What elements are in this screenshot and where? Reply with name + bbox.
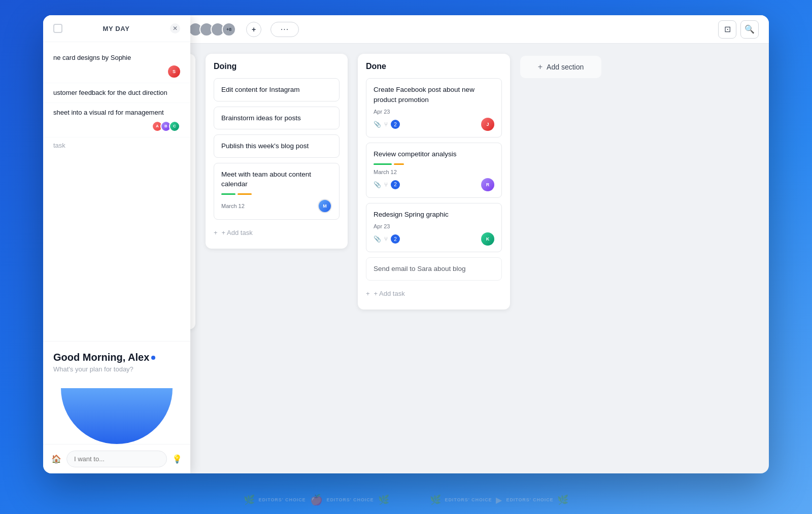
task-badge: 2 [391,234,400,244]
doing-column-header: Doing [214,62,340,71]
progress-bars [374,163,494,165]
task-icons: 📎 ⑂ 2 R [374,178,494,191]
badge-text-1: EDITORS' CHOICE [259,497,306,502]
badge-text-2: EDITORS' CHOICE [327,497,374,502]
task-title: Meet with team about content calendar [221,169,332,189]
my-day-task-list: ne card designs by Sophie S ustomer feed… [43,42,190,341]
laurel-left-icon-2: 🌿 [430,494,441,505]
task-title: Publish this week's blog post [221,141,332,151]
task-badge: 2 [391,120,400,129]
apple-icon: 🍎 [310,494,323,506]
editors-badge-2: 🌿 EDITORS' CHOICE ▶ EDITORS' CHOICE 🌿 [430,494,569,505]
doing-column: Doing Edit content for Instagram Brainst… [206,54,348,249]
task-title: Create Facebook post about new product p… [374,85,494,105]
my-day-input[interactable] [66,451,167,467]
plus-icon: + [366,290,370,297]
page-footer: 🌿 EDITORS' CHOICE 🍎 EDITORS' CHOICE 🌿 🌿 … [0,494,812,506]
progress-bars [221,193,332,195]
task-meta: Apr 23 [374,109,494,115]
task-title: Edit content for Instagram [221,85,332,95]
laurel-right-icon: 🌿 [378,494,389,505]
task-card[interactable]: Brainstorm ideas for posts [214,107,340,130]
good-morning-title: Good Morning, Alex [53,352,180,363]
laurel-right-icon-2: 🌿 [557,494,568,505]
done-column-header: Done [366,62,502,71]
good-morning-section: Good Morning, Alex What's your plan for … [43,341,190,383]
task-meta: March 12 M [221,199,332,213]
my-day-close-button[interactable]: ✕ [170,23,180,33]
task-meta: March 12 [374,169,494,175]
editors-badge-1: 🌿 EDITORS' CHOICE 🍎 EDITORS' CHOICE 🌿 [244,494,389,506]
branch-icon: ⑂ [384,121,388,128]
task-icons: 📎 ⑂ 2 J [374,118,494,131]
progress-bar-green [374,163,392,165]
myd-task-sheet[interactable]: sheet into a visual rd for management A … [43,103,190,137]
myd-assignees-group: A B C [152,121,180,132]
my-day-footer: 🏠 💡 [43,444,190,473]
task-date: March 12 [221,203,245,209]
task-meta: Apr 23 [374,223,494,229]
task-title: Brainstorm ideas for posts [221,113,332,123]
search-icon[interactable]: 🔍 [740,20,759,39]
paperclip-icon: 📎 [374,235,381,243]
add-member-button[interactable]: + [246,22,261,37]
task-assignee-avatar: R [481,178,494,191]
add-task-label: + Add task [222,229,253,236]
add-task-label: + Add task [374,290,405,297]
task-icons: 📎 ⑂ 2 K [374,232,494,246]
add-section-button[interactable]: + Add section [520,56,601,78]
my-day-title: MY DAY [62,25,170,32]
task-card[interactable]: Send email to Sara about blog [366,257,502,281]
doing-add-task-button[interactable]: + + Add task [214,225,340,241]
task-card[interactable]: Create Facebook post about new product p… [366,78,502,138]
task-card[interactable]: Redesign Spring graphic Apr 23 📎 ⑂ 2 K [366,203,502,253]
done-column: Done Create Facebook post about new prod… [358,54,510,310]
branch-icon: ⑂ [384,235,388,243]
task-title: Send email to Sara about blog [374,264,494,274]
badge-text-3: EDITORS' CHOICE [445,497,492,502]
progress-bar-green [221,193,235,195]
task-date: March 12 [374,169,397,175]
myd-task-title: sheet into a visual rd for management [53,108,180,117]
myd-assignee-avatar: S [168,65,180,78]
badge-text-4: EDITORS' CHOICE [506,497,553,502]
task-card-meet[interactable]: Meet with team about content calendar Ma… [214,163,340,220]
myd-task-meta: S [53,65,180,78]
plus-icon: + [214,229,218,236]
task-card[interactable]: Edit content for Instagram [214,78,340,101]
progress-bar-amber [394,163,404,165]
task-card[interactable]: Review competitor analysis March 12 📎 ⑂ … [366,143,502,198]
layout-icon[interactable]: ⊡ [718,20,736,39]
my-day-checkbox[interactable] [53,24,62,33]
add-section-label: Add section [547,63,584,71]
lightbulb-icon[interactable]: 💡 [172,454,182,464]
paperclip-icon: 📎 [374,181,381,188]
task-assignee-avatar: J [481,118,494,131]
task-date: Apr 23 [374,223,390,229]
paperclip-icon: 📎 [374,121,381,128]
my-day-header: MY DAY ✕ [43,15,190,42]
task-date: Apr 23 [374,109,390,115]
header-actions: ⊡ 🔍 [718,20,759,39]
greeting-dot [151,356,155,360]
task-assignee-avatar: K [481,232,494,246]
myd-task-customer[interactable]: ustomer feedback for the duct direction [43,83,190,103]
task-card[interactable]: Publish this week's blog post [214,134,340,158]
home-icon[interactable]: 🏠 [51,454,61,464]
done-add-task-button[interactable]: + + Add task [366,286,502,301]
laurel-left-icon: 🌿 [244,494,255,505]
myd-task-meta: A B C [53,121,180,132]
task-title: Redesign Spring graphic [374,210,494,220]
half-circle [61,388,173,444]
team-avatar-count[interactable]: +8 [222,22,236,37]
more-options-button[interactable]: ··· [270,22,299,37]
good-morning-subtitle: What's your plan for today? [53,365,180,373]
play-icon: ▶ [496,495,502,505]
progress-bar-amber [238,193,252,195]
myd-task-title: ne card designs by Sophie [53,53,180,62]
myd-add-task-button[interactable]: task [43,138,190,153]
task-title: Review competitor analysis [374,149,494,159]
myd-task-card-designs[interactable]: ne card designs by Sophie S [43,48,190,83]
my-day-panel: MY DAY ✕ ne card designs by Sophie S ust… [43,15,190,473]
myd-task-title: ustomer feedback for the duct direction [53,88,180,97]
